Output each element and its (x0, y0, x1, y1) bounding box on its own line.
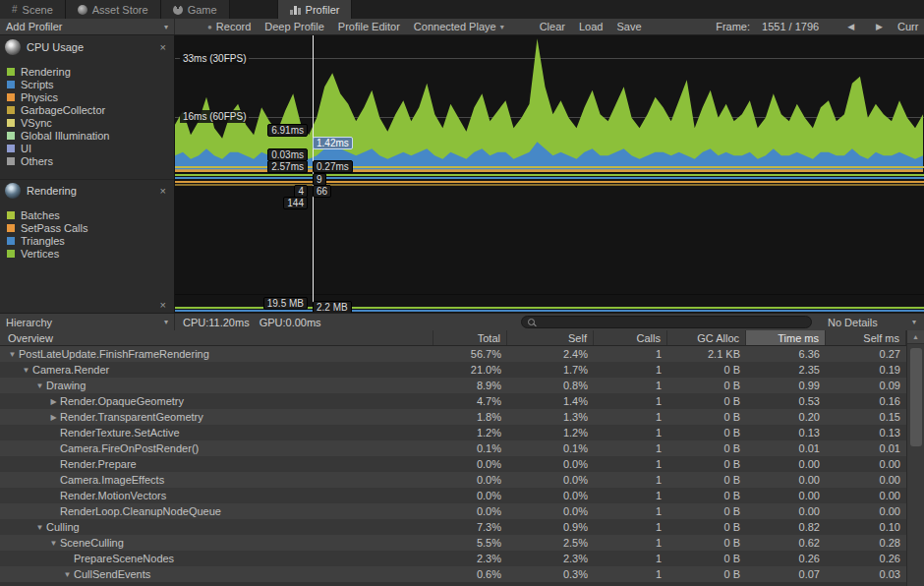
legend-label: SetPass Calls (21, 222, 87, 234)
row-gc-alloc: 0 B (667, 566, 746, 582)
table-row[interactable]: PrepareSceneNodes 2.3% 2.3% 1 0 B 0.26 0… (0, 551, 906, 566)
table-row[interactable]: Render.MotionVectors 0.0% 0.0% 1 0 B 0.0… (0, 488, 906, 503)
value-badge: 2.57ms (267, 160, 308, 173)
table-row[interactable]: ▼ CullSendEvents 0.6% 0.3% 1 0 B 0.07 0.… (0, 566, 906, 582)
table-row[interactable]: ▼ Culling 7.3% 0.9% 1 0 B 0.82 0.10 (0, 519, 906, 535)
row-gc-alloc: 0 B (667, 393, 746, 409)
table-row[interactable]: ▶ Render.TransparentGeometry 1.8% 1.3% 1… (0, 409, 906, 425)
column-total[interactable]: Total (433, 330, 507, 345)
setpass-line (175, 177, 924, 179)
close-icon[interactable]: × (157, 41, 169, 53)
table-row[interactable]: Camera.ImageEffects 0.0% 0.0% 1 0 B 0.00… (0, 472, 906, 488)
search-icon (528, 319, 535, 325)
row-self: 0.3% (507, 566, 594, 582)
fold-arrow[interactable]: ▼ (20, 366, 32, 375)
row-self: 0.9% (507, 519, 594, 535)
legend-item[interactable]: SetPass Calls (7, 221, 174, 234)
close-icon[interactable]: × (157, 299, 169, 311)
table-scrollbar[interactable]: ▲ (906, 330, 924, 586)
column-gc-alloc[interactable]: GC Alloc (667, 330, 746, 345)
rendering-module-header: Rendering × (0, 179, 174, 201)
cpu-chart-area[interactable]: 33ms (30FPS) 16ms (60FPS) 6.91ms 1.42ms … (175, 35, 924, 313)
row-gc-alloc: 0 B (667, 378, 746, 393)
scroll-up-arrow-icon[interactable]: ▲ (907, 330, 924, 344)
legend-item[interactable]: Scripts (7, 78, 174, 90)
search-input[interactable] (540, 317, 805, 327)
legend-item[interactable]: VSync (7, 116, 174, 129)
tab-profiler[interactable]: Profiler (277, 0, 353, 19)
scrollbar-thumb[interactable] (910, 348, 922, 446)
hierarchy-dropdown[interactable]: Hierarchy ▾ (0, 314, 175, 330)
column-self[interactable]: Self (507, 330, 594, 345)
value-badge: 0.27ms (313, 160, 353, 173)
next-frame-button[interactable]: ▶ (865, 22, 894, 31)
gridline-label-30fps: 33ms (30FPS) (180, 52, 249, 65)
legend-item[interactable]: Physics (7, 90, 174, 103)
fold-arrow[interactable]: ▼ (61, 570, 74, 579)
table-row[interactable]: ▼ SceneCulling 5.5% 2.5% 1 0 B 0.62 0.28 (0, 535, 906, 551)
legend-item[interactable]: Global Illumination (7, 129, 174, 142)
legend-item[interactable]: Triangles (7, 234, 174, 247)
table-row[interactable]: RenderTexture.SetActive 1.2% 1.2% 1 0 B … (0, 425, 906, 440)
row-self: 0.1% (507, 440, 594, 456)
row-gc-alloc: 0 B (667, 488, 746, 503)
cpu-usage-icon (5, 39, 21, 55)
load-button[interactable]: Load (572, 19, 609, 34)
legend-item[interactable]: Others (7, 154, 174, 167)
row-time-ms: 0.99 (746, 378, 826, 393)
gpu-time: GPU:0.00ms (260, 317, 321, 328)
row-total: 0.0% (433, 488, 507, 503)
fold-arrow[interactable]: ▼ (47, 539, 60, 548)
table-row[interactable]: Camera.FireOnPostRender() 0.1% 0.1% 1 0 … (0, 440, 906, 456)
table-row[interactable]: RenderLoop.CleanupNodeQueue 0.0% 0.0% 1 … (0, 503, 906, 519)
legend-color-swatch (7, 211, 15, 219)
legend-item[interactable]: UI (7, 142, 174, 154)
record-button[interactable]: ● Record (201, 19, 258, 34)
details-mode-dropdown[interactable]: No Details ▾ (820, 314, 924, 330)
row-self: 0.0% (507, 488, 594, 503)
column-time-ms[interactable]: Time ms (746, 330, 826, 345)
previous-frame-button[interactable]: ◀ (837, 22, 865, 31)
row-calls: 1 (594, 393, 667, 409)
fold-arrow[interactable]: ▶ (47, 397, 60, 406)
legend-item[interactable]: Vertices (7, 247, 174, 260)
legend-item[interactable]: Batches (7, 208, 174, 221)
deep-profile-button[interactable]: Deep Profile (258, 19, 331, 34)
legend-label: Batches (21, 209, 60, 221)
tab-scene[interactable]: # Scene (0, 0, 66, 19)
tab-bar: # Scene Asset Store Game Profiler (0, 0, 924, 19)
game-icon (173, 5, 183, 15)
clear-button[interactable]: Clear (533, 19, 572, 34)
connected-player-dropdown[interactable]: Connected Playe ▾ (407, 19, 511, 34)
fold-arrow[interactable]: ▼ (6, 350, 19, 359)
fold-arrow[interactable]: ▼ (33, 381, 46, 390)
search-box[interactable] (521, 316, 812, 328)
table-row[interactable]: ▶ Render.OpaqueGeometry 4.7% 1.4% 1 0 B … (0, 393, 906, 409)
tab-asset-store[interactable]: Asset Store (66, 0, 161, 19)
legend-item[interactable]: Rendering (7, 65, 174, 78)
column-overview[interactable]: Overview (0, 330, 433, 345)
fold-arrow[interactable]: ▶ (47, 413, 60, 422)
add-profiler-label: Add Profiler (6, 21, 62, 32)
fold-arrow[interactable]: ▼ (33, 523, 46, 532)
row-time-ms: 6.36 (746, 346, 826, 362)
row-calls: 1 (594, 440, 667, 456)
close-icon[interactable]: × (157, 185, 169, 197)
tab-game[interactable]: Game (161, 0, 230, 19)
row-gc-alloc: 0 B (667, 425, 746, 440)
legend-item[interactable]: GarbageCollector (7, 103, 174, 116)
table-row[interactable]: ▼ Camera.Render 21.0% 1.7% 1 0 B 2.35 0.… (0, 362, 906, 378)
profile-editor-button[interactable]: Profile Editor (331, 19, 407, 34)
save-button[interactable]: Save (609, 19, 648, 34)
table-row[interactable]: ▼ PostLateUpdate.FinishFrameRendering 56… (0, 346, 906, 362)
row-time-ms: 0.00 (746, 488, 826, 503)
table-row[interactable]: Render.Prepare 0.0% 0.0% 1 0 B 0.00 0.00 (0, 456, 906, 472)
table-row[interactable]: ▼ Drawing 8.9% 0.8% 1 0 B 0.99 0.09 (0, 378, 906, 393)
current-frame-button[interactable]: Curr (897, 21, 924, 32)
row-self-ms: 0.00 (826, 456, 906, 472)
column-self-ms[interactable]: Self ms (826, 330, 906, 345)
column-calls[interactable]: Calls (594, 330, 667, 345)
add-profiler-dropdown[interactable]: Add Profiler ▾ (0, 19, 175, 34)
row-name: Camera.ImageEffects (60, 474, 164, 486)
deep-profile-label: Deep Profile (264, 21, 324, 32)
